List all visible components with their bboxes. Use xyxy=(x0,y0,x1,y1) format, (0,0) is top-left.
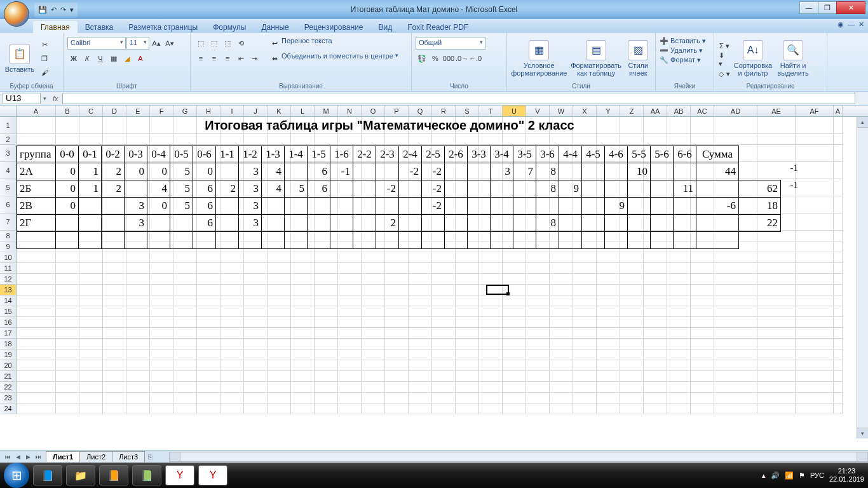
cell[interactable] xyxy=(644,360,667,371)
data-cell[interactable] xyxy=(193,232,216,249)
cell[interactable] xyxy=(834,145,843,162)
data-cell[interactable]: 3 xyxy=(239,163,262,180)
cell[interactable] xyxy=(550,317,573,328)
cell[interactable] xyxy=(757,328,796,339)
table-header-cell[interactable]: группа xyxy=(17,146,56,163)
cell[interactable] xyxy=(796,295,834,306)
cell[interactable] xyxy=(691,393,714,403)
tab-nav-last-icon[interactable]: ⏭ xyxy=(33,454,43,460)
data-cell[interactable]: 2 xyxy=(102,163,125,180)
cell[interactable] xyxy=(244,306,268,317)
cell[interactable] xyxy=(409,328,432,339)
cell[interactable] xyxy=(456,295,479,306)
cell[interactable] xyxy=(338,317,362,328)
cell[interactable] xyxy=(291,317,315,328)
cell[interactable] xyxy=(834,360,843,371)
data-cell[interactable] xyxy=(605,180,628,198)
data-cell[interactable] xyxy=(376,232,399,249)
cell[interactable] xyxy=(244,382,268,393)
paste-button[interactable]: 📋 Вставить xyxy=(4,34,36,83)
cell[interactable] xyxy=(456,328,479,339)
row-header[interactable]: 19 xyxy=(0,349,17,360)
cell[interactable] xyxy=(244,360,268,371)
cell[interactable] xyxy=(103,360,126,371)
cell[interactable] xyxy=(526,252,550,263)
cell[interactable] xyxy=(126,295,150,306)
font-color-icon[interactable]: A xyxy=(134,52,147,65)
cell[interactable] xyxy=(573,382,597,393)
cell[interactable] xyxy=(150,306,173,317)
cell[interactable] xyxy=(103,252,126,263)
cell[interactable] xyxy=(834,241,843,252)
table-header-cell[interactable]: 1-3 xyxy=(262,146,285,163)
cell[interactable] xyxy=(409,339,432,349)
col-header[interactable]: AD xyxy=(714,105,757,116)
cell[interactable] xyxy=(291,134,315,145)
currency-icon[interactable]: 💱 xyxy=(416,52,428,65)
data-cell[interactable] xyxy=(102,198,125,215)
cell[interactable] xyxy=(597,403,620,414)
cell[interactable] xyxy=(479,317,503,328)
data-cell[interactable]: 3 xyxy=(239,215,262,232)
cell[interactable] xyxy=(126,393,150,403)
table-header-cell[interactable]: 4-4 xyxy=(559,146,582,163)
data-cell[interactable] xyxy=(353,215,376,232)
cell[interactable] xyxy=(126,134,150,145)
cell[interactable] xyxy=(173,328,197,339)
data-cell[interactable]: 18 xyxy=(739,198,781,215)
cell[interactable] xyxy=(479,360,503,371)
cell[interactable] xyxy=(409,274,432,285)
data-cell[interactable]: 62 xyxy=(739,180,781,198)
cell[interactable] xyxy=(714,274,757,285)
quick-access-toolbar[interactable]: 💾 ↶ ↷ ▾ xyxy=(34,3,78,17)
cell[interactable] xyxy=(757,393,796,403)
data-cell[interactable]: 5 xyxy=(170,163,193,180)
cell[interactable] xyxy=(244,252,268,263)
cell[interactable] xyxy=(362,285,385,295)
cell[interactable] xyxy=(150,295,173,306)
cell[interactable] xyxy=(503,349,526,360)
table-header-cell[interactable]: 1-2 xyxy=(239,146,262,163)
col-header[interactable]: O xyxy=(362,105,385,116)
col-header[interactable]: S xyxy=(456,105,479,116)
cell[interactable] xyxy=(291,274,315,285)
ribbon-minimize-icon[interactable]: — xyxy=(848,20,855,29)
cell[interactable] xyxy=(17,382,56,393)
cell[interactable] xyxy=(362,360,385,371)
cell[interactable] xyxy=(644,382,667,393)
cell[interactable] xyxy=(268,382,291,393)
cell[interactable] xyxy=(834,349,843,360)
table-header-cell[interactable]: 0-6 xyxy=(193,146,216,163)
cell[interactable] xyxy=(79,382,103,393)
data-cell[interactable]: -6 xyxy=(696,198,739,215)
cell[interactable] xyxy=(620,371,644,382)
cell[interactable] xyxy=(197,295,220,306)
data-cell[interactable] xyxy=(399,232,422,249)
cell[interactable] xyxy=(620,263,644,274)
cell[interactable] xyxy=(220,134,244,145)
cell[interactable] xyxy=(714,328,757,339)
data-cell[interactable]: 2 xyxy=(216,180,239,198)
cell[interactable] xyxy=(432,263,456,274)
cell[interactable] xyxy=(103,371,126,382)
cell[interactable] xyxy=(644,317,667,328)
cell[interactable] xyxy=(691,371,714,382)
cell[interactable] xyxy=(456,403,479,414)
table-header-cell[interactable]: 3-6 xyxy=(536,146,559,163)
row-header[interactable]: 22 xyxy=(0,382,17,393)
data-cell[interactable] xyxy=(491,215,513,232)
cell[interactable] xyxy=(796,317,834,328)
cell[interactable] xyxy=(834,371,843,382)
grow-font-icon[interactable]: A▴ xyxy=(150,37,163,50)
cell[interactable] xyxy=(103,393,126,403)
ribbon-close-icon[interactable]: ✕ xyxy=(858,20,864,29)
cell[interactable] xyxy=(597,274,620,285)
find-select-button[interactable]: 🔍Найти и выделить xyxy=(775,34,811,83)
cell[interactable] xyxy=(17,339,56,349)
cell[interactable] xyxy=(550,274,573,285)
cell[interactable] xyxy=(456,382,479,393)
cell[interactable] xyxy=(315,393,338,403)
ribbon-tab-0[interactable]: Главная xyxy=(33,21,78,33)
cell[interactable] xyxy=(362,339,385,349)
cell[interactable] xyxy=(667,393,691,403)
